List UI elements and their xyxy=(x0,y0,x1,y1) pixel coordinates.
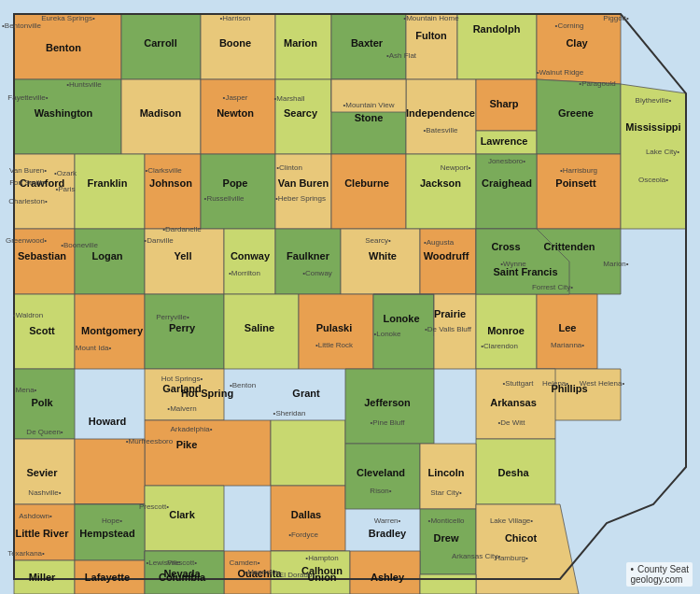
city-prescott: Prescott• xyxy=(139,502,169,511)
city-little-rock: •Little Rock xyxy=(315,341,354,349)
county-boone: Boone xyxy=(219,37,251,49)
county-perry: Perry xyxy=(169,322,196,333)
county-grant: Grant xyxy=(292,388,320,399)
county-van-buren: Van Buren xyxy=(278,177,329,189)
city-perryville: Perryville• xyxy=(156,313,189,321)
county-fulton: Fulton xyxy=(415,30,447,41)
city-star-city: Star City• xyxy=(430,488,462,497)
city-newport: Newport• xyxy=(441,163,471,172)
city-heber: •Heber Springs xyxy=(275,194,326,203)
city-batesville: •Batesville xyxy=(423,126,458,134)
map-container: .county { stroke: #555; stroke-width: 0.… xyxy=(0,0,700,594)
county-drew: Drew xyxy=(434,532,459,544)
city-lonoke2: •Lonoke xyxy=(373,330,401,338)
city-arkansas-city: Arkansas City• xyxy=(452,552,500,560)
svg-marker-27 xyxy=(476,154,537,229)
county-sebastian: Sebastian xyxy=(18,250,66,262)
city-clarendon: •Clarendon xyxy=(481,342,518,350)
city-de-witt: •De Witt xyxy=(497,418,525,427)
city-marion2: Marion• xyxy=(603,260,628,268)
city-lake-village: Lake Village• xyxy=(490,516,533,525)
county-yell: Yell xyxy=(175,250,192,262)
legend-county-seat: • County Seat xyxy=(630,564,689,574)
county-woodruff: Woodruff xyxy=(424,250,469,262)
svg-marker-28 xyxy=(621,84,686,229)
city-jasper: •Jasper xyxy=(223,93,248,102)
city-danville: •Danville xyxy=(144,236,174,245)
svg-marker-30 xyxy=(75,229,145,294)
county-conway: Conway xyxy=(231,250,271,262)
county-crittenden: Crittenden xyxy=(544,241,595,252)
county-jackson: Jackson xyxy=(420,177,461,189)
city-mena: Mena• xyxy=(16,386,37,394)
county-hempstead: Hempstead xyxy=(79,528,134,539)
county-clay: Clay xyxy=(566,37,588,49)
city-booneville: •Booneville xyxy=(61,241,98,249)
svg-marker-24 xyxy=(331,154,406,229)
city-stuttgart: •Stuttgart xyxy=(502,379,534,388)
county-ashley: Ashley xyxy=(371,572,405,583)
city-magnolia: •Magnolia xyxy=(245,568,278,576)
city-sheridan: •Sheridan xyxy=(273,409,306,417)
city-fort-smith: Fort Smith• xyxy=(9,178,47,187)
city-clarksville: •Clarksville xyxy=(145,166,182,175)
county-craighead: Craighead xyxy=(482,177,532,189)
city-nashville: Nashville• xyxy=(28,488,61,497)
county-columbia: Columbia xyxy=(159,572,206,583)
city-mount-ida: Mount Ida• xyxy=(76,344,112,352)
county-newton: Newton xyxy=(217,107,254,119)
county-lafayette: Lafayette xyxy=(85,572,130,583)
city-de-queen: De Queen• xyxy=(26,428,63,436)
county-mississippi: Mississippi xyxy=(625,121,680,133)
city-lake-city: Lake City• xyxy=(646,148,679,156)
city-eureka: Eureka Springs• xyxy=(41,14,95,22)
county-washington: Washington xyxy=(35,107,93,119)
city-mountain-home: •Mountain Home xyxy=(403,14,459,22)
city-harrisburg: •Harrisburg xyxy=(560,166,597,175)
city-osceola: Osceola• xyxy=(638,176,668,184)
county-searcy: Searcy xyxy=(284,107,318,119)
svg-marker-6 xyxy=(406,14,457,79)
county-white: White xyxy=(369,250,397,262)
city-augusta: •Augusta xyxy=(424,238,455,247)
city-mountain-view: •Mountain View xyxy=(343,101,394,109)
county-pulaski: Pulaski xyxy=(316,322,353,333)
city-helena: Helena• xyxy=(542,379,568,388)
svg-marker-32 xyxy=(224,229,275,294)
city-clinton: •Clinton xyxy=(276,163,302,172)
county-logan: Logan xyxy=(92,250,123,262)
city-hampton: •Hampton xyxy=(305,554,338,562)
county-lee: Lee xyxy=(559,322,577,333)
county-independence: Independence xyxy=(406,107,475,119)
legend-source: geology.com xyxy=(630,574,689,585)
county-monroe: Monroe xyxy=(487,325,525,336)
city-west-helena: West Helena• xyxy=(580,379,625,388)
city-bentonville: •Bentonville xyxy=(2,21,41,30)
county-polk: Polk xyxy=(31,397,53,408)
county-pope: Pope xyxy=(223,177,248,189)
county-randolph: Randolph xyxy=(473,23,521,35)
map-legend: • County Seat geology.com xyxy=(626,562,693,587)
city-paragould: •Paragould xyxy=(579,79,615,88)
city-arkadelphia: Arkadelphia• xyxy=(170,425,212,433)
city-charleston: Charleston• xyxy=(8,197,48,205)
svg-marker-20 xyxy=(75,154,145,229)
county-chicot: Chicot xyxy=(505,532,538,544)
county-greene: Greene xyxy=(558,107,594,119)
county-lawrence: Lawrence xyxy=(481,135,528,147)
city-fayetteville: Fayetteville• xyxy=(7,93,48,102)
county-cleveland: Cleveland xyxy=(357,467,405,478)
svg-marker-21 xyxy=(145,154,201,229)
city-benton2: •Benton xyxy=(230,381,256,389)
svg-marker-22 xyxy=(201,154,275,229)
city-walnut-ridge: •Walnut Ridge xyxy=(537,68,584,77)
county-carroll: Carroll xyxy=(144,37,176,49)
city-waldron: •Waldron xyxy=(13,311,43,319)
county-desha: Desha xyxy=(497,467,529,478)
city-hope: Hope• xyxy=(102,516,122,525)
county-johnson: Johnson xyxy=(149,177,192,189)
city-hot-springs2: Hot Springs• xyxy=(161,375,203,383)
county-baxter: Baxter xyxy=(351,37,384,49)
county-cross: Cross xyxy=(491,241,520,252)
city-ash-flat: •Ash Flat xyxy=(386,51,417,60)
